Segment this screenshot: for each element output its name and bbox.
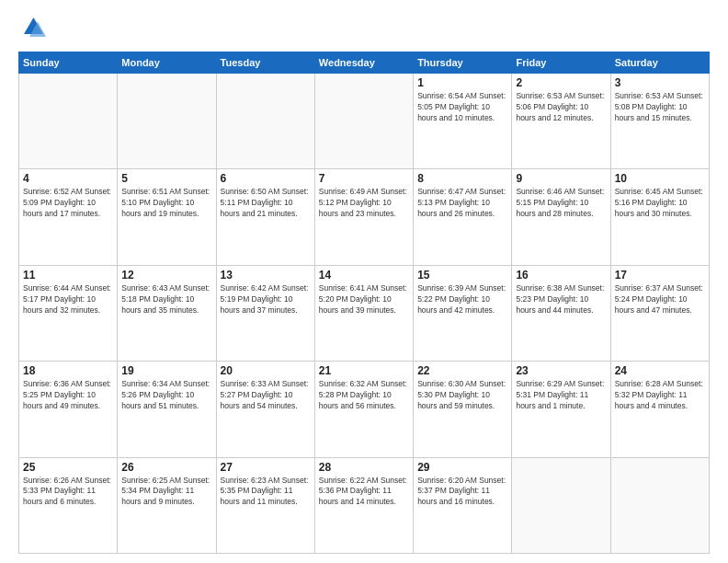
day-number: 17 [615,269,705,282]
calendar-week-4: 25Sunrise: 6:26 AM Sunset: 5:33 PM Dayli… [19,457,710,553]
calendar-cell: 15Sunrise: 6:39 AM Sunset: 5:22 PM Dayli… [414,265,512,361]
day-number: 16 [516,269,606,282]
calendar-week-2: 11Sunrise: 6:44 AM Sunset: 5:17 PM Dayli… [19,265,710,361]
day-number: 18 [23,364,113,377]
day-number: 20 [221,364,311,377]
weekday-header-thursday: Thursday [414,52,512,74]
calendar-cell: 4Sunrise: 6:52 AM Sunset: 5:09 PM Daylig… [19,169,118,265]
calendar-table: SundayMondayTuesdayWednesdayThursdayFrid… [18,52,710,554]
calendar-cell: 26Sunrise: 6:25 AM Sunset: 5:34 PM Dayli… [118,457,216,553]
calendar-cell: 18Sunrise: 6:36 AM Sunset: 5:25 PM Dayli… [19,362,118,457]
day-info: Sunrise: 6:29 AM Sunset: 5:31 PM Dayligh… [516,379,606,412]
calendar-week-1: 4Sunrise: 6:52 AM Sunset: 5:09 PM Daylig… [19,169,710,265]
day-number: 11 [23,269,113,282]
logo-icon [18,15,46,42]
day-info: Sunrise: 6:22 AM Sunset: 5:36 PM Dayligh… [319,476,409,509]
day-number: 8 [417,172,507,185]
calendar-cell: 16Sunrise: 6:38 AM Sunset: 5:23 PM Dayli… [512,265,610,361]
day-info: Sunrise: 6:32 AM Sunset: 5:28 PM Dayligh… [319,379,409,412]
calendar-cell: 1Sunrise: 6:54 AM Sunset: 5:05 PM Daylig… [414,74,512,169]
calendar-cell: 29Sunrise: 6:20 AM Sunset: 5:37 PM Dayli… [414,457,512,553]
day-number: 26 [121,461,211,474]
day-number: 19 [121,364,211,377]
calendar-cell: 20Sunrise: 6:33 AM Sunset: 5:27 PM Dayli… [216,362,314,457]
day-info: Sunrise: 6:38 AM Sunset: 5:23 PM Dayligh… [516,283,606,316]
day-info: Sunrise: 6:20 AM Sunset: 5:37 PM Dayligh… [417,476,507,509]
day-number: 23 [516,364,606,377]
day-number: 3 [615,76,705,89]
calendar-cell: 27Sunrise: 6:23 AM Sunset: 5:35 PM Dayli… [216,457,314,553]
calendar-cell: 3Sunrise: 6:53 AM Sunset: 5:08 PM Daylig… [610,74,709,169]
calendar-cell [610,457,709,553]
day-info: Sunrise: 6:28 AM Sunset: 5:32 PM Dayligh… [615,379,705,412]
day-info: Sunrise: 6:50 AM Sunset: 5:11 PM Dayligh… [221,187,311,220]
day-info: Sunrise: 6:36 AM Sunset: 5:25 PM Dayligh… [23,379,113,412]
calendar-cell: 14Sunrise: 6:41 AM Sunset: 5:20 PM Dayli… [314,265,413,361]
day-info: Sunrise: 6:30 AM Sunset: 5:30 PM Dayligh… [417,379,507,412]
day-info: Sunrise: 6:52 AM Sunset: 5:09 PM Dayligh… [23,187,113,220]
weekday-header-sunday: Sunday [19,52,118,74]
day-number: 2 [516,76,606,89]
weekday-header-saturday: Saturday [610,52,709,74]
day-number: 25 [23,461,113,474]
day-info: Sunrise: 6:43 AM Sunset: 5:18 PM Dayligh… [121,283,211,316]
day-number: 4 [23,172,113,185]
calendar-cell: 23Sunrise: 6:29 AM Sunset: 5:31 PM Dayli… [512,362,610,457]
calendar-cell: 7Sunrise: 6:49 AM Sunset: 5:12 PM Daylig… [314,169,413,265]
day-number: 29 [417,461,507,474]
calendar-cell: 21Sunrise: 6:32 AM Sunset: 5:28 PM Dayli… [314,362,413,457]
calendar-cell [216,74,314,169]
calendar-cell: 13Sunrise: 6:42 AM Sunset: 5:19 PM Dayli… [216,265,314,361]
day-number: 5 [121,172,211,185]
day-number: 10 [615,172,705,185]
weekday-header-monday: Monday [118,52,216,74]
day-info: Sunrise: 6:26 AM Sunset: 5:33 PM Dayligh… [23,476,113,509]
day-number: 1 [417,76,507,89]
logo [18,15,51,42]
calendar-cell: 22Sunrise: 6:30 AM Sunset: 5:30 PM Dayli… [414,362,512,457]
calendar-cell: 11Sunrise: 6:44 AM Sunset: 5:17 PM Dayli… [19,265,118,361]
day-info: Sunrise: 6:34 AM Sunset: 5:26 PM Dayligh… [121,379,211,412]
day-info: Sunrise: 6:23 AM Sunset: 5:35 PM Dayligh… [221,476,311,509]
day-info: Sunrise: 6:33 AM Sunset: 5:27 PM Dayligh… [221,379,311,412]
calendar-cell [19,74,118,169]
calendar-cell [512,457,610,553]
day-info: Sunrise: 6:44 AM Sunset: 5:17 PM Dayligh… [23,283,113,316]
calendar-cell: 25Sunrise: 6:26 AM Sunset: 5:33 PM Dayli… [19,457,118,553]
calendar-cell: 19Sunrise: 6:34 AM Sunset: 5:26 PM Dayli… [118,362,216,457]
day-number: 13 [221,269,311,282]
day-info: Sunrise: 6:47 AM Sunset: 5:13 PM Dayligh… [417,187,507,220]
day-info: Sunrise: 6:51 AM Sunset: 5:10 PM Dayligh… [121,187,211,220]
day-info: Sunrise: 6:53 AM Sunset: 5:06 PM Dayligh… [516,91,606,124]
day-number: 24 [615,364,705,377]
calendar-cell: 9Sunrise: 6:46 AM Sunset: 5:15 PM Daylig… [512,169,610,265]
day-number: 9 [516,172,606,185]
day-info: Sunrise: 6:54 AM Sunset: 5:05 PM Dayligh… [417,91,507,124]
day-number: 12 [121,269,211,282]
calendar-cell: 24Sunrise: 6:28 AM Sunset: 5:32 PM Dayli… [610,362,709,457]
day-info: Sunrise: 6:39 AM Sunset: 5:22 PM Dayligh… [417,283,507,316]
weekday-header-friday: Friday [512,52,610,74]
day-info: Sunrise: 6:46 AM Sunset: 5:15 PM Dayligh… [516,187,606,220]
day-number: 6 [221,172,311,185]
calendar-cell: 28Sunrise: 6:22 AM Sunset: 5:36 PM Dayli… [314,457,413,553]
calendar-cell: 12Sunrise: 6:43 AM Sunset: 5:18 PM Dayli… [118,265,216,361]
day-info: Sunrise: 6:45 AM Sunset: 5:16 PM Dayligh… [615,187,705,220]
calendar-week-3: 18Sunrise: 6:36 AM Sunset: 5:25 PM Dayli… [19,362,710,457]
day-info: Sunrise: 6:25 AM Sunset: 5:34 PM Dayligh… [121,476,211,509]
calendar-cell: 2Sunrise: 6:53 AM Sunset: 5:06 PM Daylig… [512,74,610,169]
page: SundayMondayTuesdayWednesdayThursdayFrid… [0,0,728,563]
weekday-header-row: SundayMondayTuesdayWednesdayThursdayFrid… [19,52,710,74]
calendar-week-0: 1Sunrise: 6:54 AM Sunset: 5:05 PM Daylig… [19,74,710,169]
calendar-cell [118,74,216,169]
day-number: 7 [319,172,409,185]
calendar-cell [314,74,413,169]
day-info: Sunrise: 6:37 AM Sunset: 5:24 PM Dayligh… [615,283,705,316]
day-number: 15 [417,269,507,282]
day-info: Sunrise: 6:42 AM Sunset: 5:19 PM Dayligh… [221,283,311,316]
calendar-cell: 17Sunrise: 6:37 AM Sunset: 5:24 PM Dayli… [610,265,709,361]
header [18,15,710,42]
weekday-header-tuesday: Tuesday [216,52,314,74]
day-info: Sunrise: 6:49 AM Sunset: 5:12 PM Dayligh… [319,187,409,220]
day-info: Sunrise: 6:41 AM Sunset: 5:20 PM Dayligh… [319,283,409,316]
